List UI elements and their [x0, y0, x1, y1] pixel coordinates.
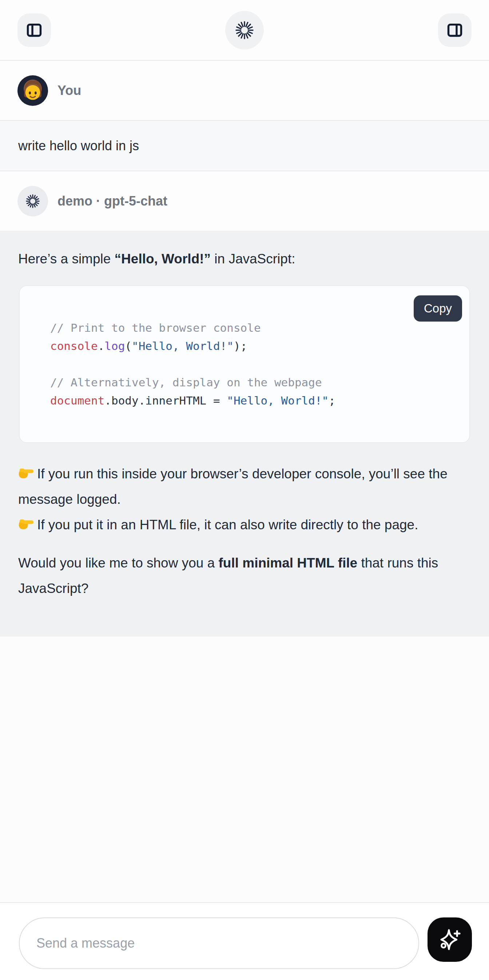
- code-token: );: [234, 339, 247, 353]
- code-token: log: [104, 339, 125, 353]
- code-token: document: [50, 394, 104, 407]
- model-logo-button[interactable]: [225, 11, 264, 49]
- composer-bar: [0, 902, 489, 980]
- code-line: // Print to the browser console: [50, 319, 459, 337]
- code-token: console: [50, 339, 98, 353]
- tip-text: If you run this inside your browser’s de…: [18, 466, 448, 507]
- tip-text: If you put it in an HTML file, it can al…: [37, 517, 418, 532]
- right-panel-toggle-button[interactable]: [438, 13, 471, 47]
- sidebar-toggle-button[interactable]: [18, 13, 51, 47]
- code-line: // Alternatively, display on the webpage: [50, 373, 459, 391]
- code-block: Copy // Print to the browser consolecons…: [19, 285, 470, 443]
- intro-text: Here’s a simple: [18, 251, 115, 266]
- user-sender-name: You: [57, 83, 81, 98]
- starburst-logo-icon: [234, 20, 255, 41]
- user-sender-row: You: [0, 61, 489, 120]
- tip-line: If you put it in an HTML file, it can al…: [18, 512, 471, 538]
- code-token: "Hello, World!": [132, 339, 234, 353]
- person-emoji-icon: [18, 75, 48, 106]
- pointing-right-emoji-icon: [18, 465, 34, 481]
- user-message: write hello world in js: [0, 120, 489, 171]
- code-token: (: [125, 339, 132, 353]
- assistant-message: Here’s a simple “Hello, World!” in JavaS…: [0, 231, 489, 636]
- assistant-sender-row: demo · gpt-5-chat: [0, 171, 489, 231]
- assistant-avatar: [18, 186, 48, 216]
- code-token: ;: [328, 394, 336, 407]
- assistant-closing-paragraph: Would you like me to show you a full min…: [18, 550, 471, 601]
- sparkle-icon: [437, 927, 462, 952]
- assistant-tips-paragraph: If you run this inside your browser’s de…: [18, 461, 471, 538]
- code-token: "Hello, World!": [227, 394, 328, 407]
- panel-left-icon: [25, 21, 43, 39]
- closing-bold-text: full minimal HTML file: [218, 555, 357, 570]
- user-avatar: [18, 75, 48, 106]
- chat-scroll-area[interactable]: [0, 636, 489, 902]
- intro-bold-text: “Hello, World!”: [115, 251, 211, 266]
- code-line: document.body.innerHTML = "Hello, World!…: [50, 391, 459, 410]
- send-button[interactable]: [427, 918, 472, 962]
- panel-right-icon: [446, 21, 464, 39]
- code-token: // Print to the browser console: [50, 321, 261, 334]
- code-token: // Alternatively, display on the webpage: [50, 376, 322, 389]
- closing-text: Would you like me to show you a: [18, 555, 218, 570]
- message-input[interactable]: [19, 918, 419, 969]
- top-bar: [0, 0, 489, 61]
- code-content: // Print to the browser consoleconsole.l…: [20, 286, 469, 410]
- code-line: console.log("Hello, World!");: [50, 337, 459, 355]
- assistant-intro-paragraph: Here’s a simple “Hello, World!” in JavaS…: [18, 247, 471, 271]
- assistant-sender-name: demo · gpt-5-chat: [57, 194, 167, 209]
- chat-app-screen: You write hello world in js: [0, 0, 489, 980]
- code-line: [50, 355, 459, 373]
- copy-code-button[interactable]: Copy: [414, 295, 462, 321]
- code-token: .body.innerHTML =: [104, 394, 227, 407]
- user-message-text: write hello world in js: [18, 138, 139, 154]
- pointing-right-emoji-icon: [18, 516, 34, 532]
- tip-line: If you run this inside your browser’s de…: [18, 461, 471, 512]
- intro-text: in JavaScript:: [211, 251, 295, 266]
- code-token: .: [98, 339, 105, 353]
- starburst-logo-icon: [25, 193, 41, 209]
